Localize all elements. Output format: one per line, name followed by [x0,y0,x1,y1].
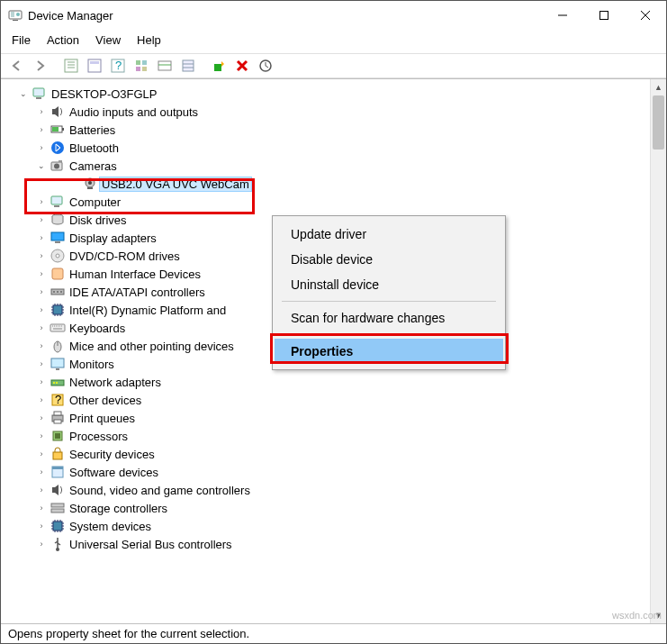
category-icon [50,410,66,426]
category-icon [50,518,66,534]
chevron-down-icon[interactable]: ⌄ [17,89,30,98]
menu-file[interactable]: File [12,33,31,47]
svg-rect-41 [50,324,65,331]
tree-node[interactable]: ›Computer [1,193,650,211]
show-hide-console-tree-icon[interactable] [60,55,82,77]
category-icon [50,248,66,264]
tree-node[interactable]: ⌄Cameras [1,157,650,175]
devices-by-type-icon[interactable] [131,55,152,77]
category-icon [50,122,66,138]
chevron-icon[interactable]: ⌄ [35,161,48,170]
chevron-icon[interactable]: › [35,359,48,368]
chevron-icon[interactable]: › [35,377,48,386]
tree-node[interactable]: ›Processors [1,427,650,445]
category-icon [50,212,66,228]
chevron-icon[interactable]: › [35,395,48,404]
update-driver-icon[interactable] [208,55,230,77]
chevron-icon[interactable]: › [35,287,48,296]
node-label: Mice and other pointing devices [69,340,234,353]
tree-node[interactable]: ›System devices [1,517,650,535]
tree-node[interactable]: ›Security devices [1,445,650,463]
properties-icon[interactable] [84,55,105,77]
svg-rect-35 [52,268,63,279]
category-icon [50,194,66,210]
tree-node[interactable]: ›Network adapters [1,373,650,391]
node-label: System devices [69,520,151,533]
resources-by-type-icon[interactable] [177,55,199,77]
tree-node[interactable]: ›Print queues [1,409,650,427]
chevron-icon[interactable]: › [35,341,48,350]
svg-rect-21 [52,127,59,132]
node-label: Universal Serial Bus controllers [69,538,232,551]
menu-action[interactable]: Action [47,33,79,47]
help-icon[interactable]: ? [107,55,129,77]
ctx-uninstall-device[interactable]: Uninstall device [275,272,503,297]
category-icon [50,446,66,462]
svg-rect-55 [53,452,62,459]
node-label: Cameras [69,159,117,173]
uninstall-device-icon[interactable] [231,55,253,77]
close-button[interactable] [625,2,666,29]
svg-point-2 [16,13,20,16]
chevron-icon[interactable]: › [35,323,48,332]
tree-node[interactable]: ›Software devices [1,463,650,481]
chevron-icon[interactable]: › [35,107,48,116]
ctx-scan-hardware[interactable]: Scan for hardware changes [275,305,503,331]
chevron-icon[interactable]: › [35,413,48,422]
minimize-button[interactable] [542,2,583,29]
tree-root[interactable]: ⌄DESKTOP-O3FGLP [1,85,650,103]
chevron-icon[interactable]: › [35,485,48,494]
chevron-icon[interactable]: › [35,251,48,260]
scroll-thumb[interactable] [653,95,664,150]
chevron-icon[interactable]: › [35,125,48,134]
window-title: Device Manager [28,9,542,23]
chevron-icon[interactable]: › [35,522,48,531]
tree-node[interactable]: ›Bluetooth [1,139,650,157]
chevron-icon[interactable]: › [35,269,48,278]
chevron-icon[interactable]: › [35,197,48,206]
chevron-icon[interactable]: › [35,215,48,224]
chevron-icon[interactable]: › [35,449,48,458]
node-label: Monitors [69,358,114,371]
node-label: Sound, video and game controllers [69,484,250,497]
chevron-icon[interactable]: › [35,143,48,152]
tree-node[interactable]: ›Batteries [1,121,650,139]
chevron-icon[interactable]: › [35,431,48,440]
ctx-disable-device[interactable]: Disable device [275,247,503,272]
chevron-icon[interactable]: › [35,503,48,512]
computer-icon [32,86,48,102]
scroll-up-button[interactable]: ▲ [651,79,666,95]
scan-hardware-icon[interactable] [255,55,276,77]
node-label: Disk drives [69,213,127,227]
node-label: Batteries [69,123,115,137]
tree-node[interactable]: ›Universal Serial Bus controllers [1,535,650,553]
context-menu: Update driver Disable device Uninstall d… [272,215,506,370]
category-icon [50,536,66,552]
svg-text:?: ? [55,393,61,406]
tree-node[interactable]: ›Audio inputs and outputs [1,103,650,121]
ctx-update-driver[interactable]: Update driver [275,222,503,247]
scrollbar-vertical[interactable]: ▲ ▼ [650,79,666,623]
tree-node[interactable]: ›Storage controllers [1,499,650,517]
back-button[interactable] [6,55,28,77]
tree-node[interactable]: ›Sound, video and game controllers [1,481,650,499]
menu-help[interactable]: Help [137,33,161,47]
tree-node[interactable]: ›?Other devices [1,391,650,409]
tree-device[interactable]: USB2.0 VGA UVC WebCam [1,175,650,193]
svg-rect-31 [51,232,64,240]
menu-view[interactable]: View [95,33,121,47]
category-icon [50,140,66,156]
chevron-icon[interactable]: › [35,540,48,549]
ctx-properties[interactable]: Properties [275,339,503,364]
category-icon [50,464,66,480]
forward-button[interactable] [30,55,51,77]
svg-rect-13 [158,61,171,70]
chevron-icon[interactable]: › [35,233,48,242]
devices-by-connection-icon[interactable] [154,55,176,77]
chevron-icon[interactable]: › [35,467,48,476]
node-label: Storage controllers [69,502,167,515]
chevron-icon[interactable]: › [35,305,48,314]
category-icon [50,338,66,354]
maximize-button[interactable] [583,2,625,29]
node-label: Display adapters [69,231,157,245]
